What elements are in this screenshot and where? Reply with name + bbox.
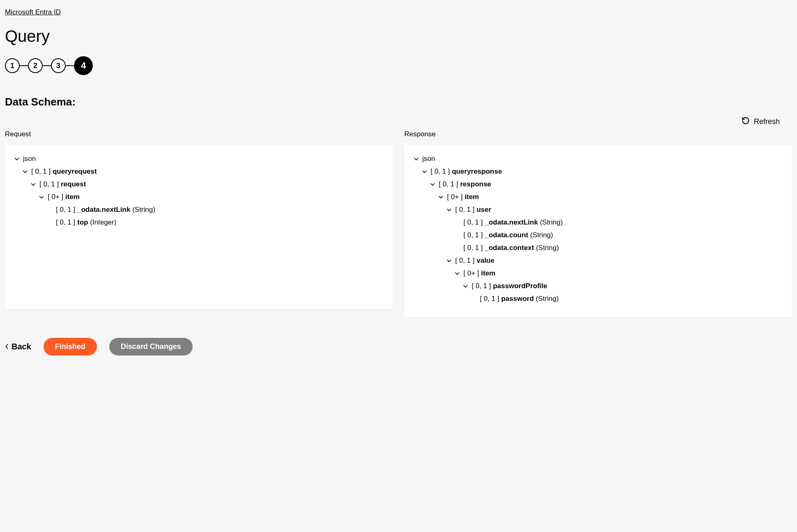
stepper: 1234 (5, 56, 792, 75)
section-heading-data-schema: Data Schema: (5, 96, 792, 108)
breadcrumb-link[interactable]: Microsoft Entra ID (5, 8, 61, 16)
response-tree-row: [ 0, 1 ] _odata.context (String) (412, 241, 784, 254)
back-button[interactable]: Back (5, 342, 31, 351)
chevron-down-icon[interactable] (38, 194, 45, 200)
tree-node-label: [ 0, 1 ] passwordProfile (472, 282, 547, 289)
tree-node-type: (String) (528, 231, 553, 239)
tree-node-name: user (477, 206, 491, 213)
step-3[interactable]: 3 (51, 58, 66, 73)
refresh-label: Refresh (754, 117, 780, 126)
chevron-down-icon[interactable] (429, 181, 436, 187)
response-tree-row: [ 0, 1 ] response (412, 178, 784, 190)
response-tree-row: [ 0+ ] item (412, 190, 784, 203)
schema-columns: Request json[ 0, 1 ] queryrequest[ 0, 1 … (5, 130, 792, 317)
tree-node-name: _odata.count (485, 231, 528, 239)
tree-node-name: item (481, 269, 495, 277)
tree-node-name: json (23, 155, 36, 163)
tree-node-cardinality: [ 0, 1 ] (463, 218, 485, 226)
tree-node-name: response (460, 180, 491, 188)
tree-node-cardinality: [ 0, 1 ] (455, 257, 477, 264)
refresh-icon (742, 117, 750, 127)
step-2[interactable]: 2 (28, 58, 43, 73)
tree-node-name: password (501, 295, 534, 303)
back-label: Back (12, 342, 31, 351)
tree-node-name: item (65, 193, 80, 201)
tree-node-name: value (477, 257, 494, 264)
chevron-down-icon[interactable] (30, 181, 37, 187)
tree-node-name: request (61, 180, 86, 188)
response-tree-row: [ 0, 1 ] queryresponse (412, 165, 784, 178)
request-tree-row: [ 0, 1 ] _odata.nextLink (String) (13, 203, 385, 216)
request-header: Request (5, 130, 393, 138)
request-tree-row: [ 0, 1 ] queryrequest (13, 165, 385, 178)
tree-node-name: top (77, 218, 88, 226)
chevron-down-icon[interactable] (13, 156, 21, 162)
tree-node-label: [ 0+ ] item (463, 270, 495, 277)
tree-node-name: _odata.nextLink (77, 206, 130, 213)
tree-node-type: (Integer) (88, 218, 116, 226)
response-tree-row: [ 0+ ] item (412, 267, 784, 280)
response-tree-row: [ 0, 1 ] value (412, 254, 784, 267)
tree-node-name: passwordProfile (493, 282, 547, 290)
tree-node-label: [ 0+ ] item (447, 193, 479, 200)
response-column: Response json[ 0, 1 ] queryresponse[ 0, … (404, 130, 792, 317)
tree-node-label: [ 0, 1 ] user (455, 206, 491, 213)
step-4[interactable]: 4 (74, 56, 93, 75)
footer-actions: Back Finished Discard Changes (5, 338, 792, 355)
chevron-down-icon[interactable] (412, 156, 420, 162)
tree-node-label: [ 0, 1 ] request (39, 181, 86, 188)
step-connector (66, 65, 74, 66)
tree-node-name: queryrequest (53, 167, 97, 175)
tree-node-cardinality: [ 0, 1 ] (455, 206, 477, 213)
tree-node-label: [ 0, 1 ] queryresponse (431, 168, 502, 175)
tree-node-cardinality: [ 0+ ] (447, 193, 465, 201)
tree-node-type: (String) (534, 244, 559, 252)
tree-node-cardinality: [ 0, 1 ] (463, 231, 485, 239)
finished-button[interactable]: Finished (44, 338, 97, 355)
chevron-left-icon (5, 342, 9, 351)
step-connector (43, 65, 51, 66)
tree-node-cardinality: [ 0+ ] (463, 269, 481, 277)
chevron-down-icon[interactable] (445, 207, 453, 213)
request-tree-row: [ 0, 1 ] top (Integer) (13, 216, 385, 229)
step-1[interactable]: 1 (5, 58, 20, 73)
tree-node-cardinality: [ 0, 1 ] (480, 295, 501, 303)
tree-node-cardinality: [ 0, 1 ] (439, 180, 460, 188)
tree-node-label: [ 0, 1 ] queryrequest (31, 168, 97, 175)
tree-node-name: item (465, 193, 479, 201)
tree-node-label: [ 0, 1 ] _odata.nextLink (String) (56, 206, 155, 213)
tree-node-label: [ 0, 1 ] _odata.context (String) (463, 244, 559, 251)
tree-node-type: (String) (130, 206, 155, 213)
tree-node-label: json (23, 155, 36, 162)
response-tree-row: json (412, 152, 784, 165)
tree-node-cardinality: [ 0, 1 ] (56, 218, 77, 226)
tree-node-type: (String) (538, 218, 562, 226)
chevron-down-icon[interactable] (21, 169, 29, 174)
tree-node-label: json (422, 155, 435, 162)
tree-node-label: [ 0, 1 ] response (439, 181, 491, 188)
chevron-down-icon[interactable] (454, 271, 461, 276)
tree-node-type: (String) (534, 295, 558, 303)
chevron-down-icon[interactable] (421, 169, 428, 174)
tree-node-label: [ 0, 1 ] _odata.nextLink (String) (463, 219, 563, 226)
discard-changes-button[interactable]: Discard Changes (109, 338, 193, 355)
response-tree-row: [ 0, 1 ] password (String) (412, 292, 784, 305)
tree-node-name: _odata.nextLink (485, 218, 538, 226)
tree-node-cardinality: [ 0, 1 ] (39, 180, 61, 188)
tree-node-cardinality: [ 0, 1 ] (472, 282, 493, 290)
tree-node-label: [ 0, 1 ] top (Integer) (56, 219, 116, 226)
chevron-down-icon[interactable] (445, 258, 453, 264)
refresh-bar: Refresh (5, 117, 792, 127)
response-header: Response (404, 130, 792, 138)
tree-node-label: [ 0+ ] item (48, 193, 80, 200)
refresh-button[interactable]: Refresh (742, 117, 780, 127)
tree-node-label: [ 0, 1 ] value (455, 257, 494, 264)
chevron-down-icon[interactable] (462, 283, 469, 289)
response-tree-row: [ 0, 1 ] passwordProfile (412, 280, 784, 292)
tree-node-cardinality: [ 0, 1 ] (431, 167, 452, 175)
tree-node-label: [ 0, 1 ] password (String) (480, 295, 559, 302)
request-tree-row: [ 0+ ] item (13, 190, 385, 203)
chevron-down-icon[interactable] (437, 194, 445, 200)
tree-node-name: queryresponse (452, 167, 502, 175)
request-tree-row: [ 0, 1 ] request (13, 178, 385, 190)
